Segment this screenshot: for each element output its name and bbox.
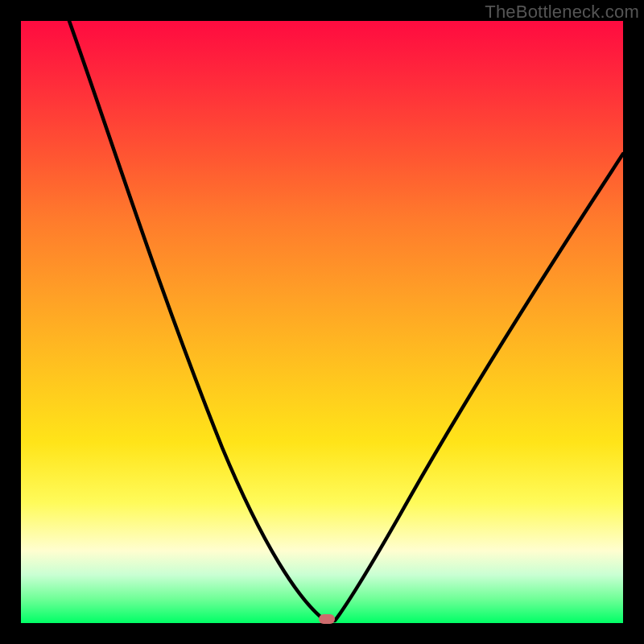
optimal-point-marker: [319, 614, 335, 624]
curve-path: [69, 21, 623, 621]
plot-area: [21, 21, 623, 623]
bottleneck-curve: [21, 21, 623, 623]
watermark-text: TheBottleneck.com: [485, 2, 639, 23]
chart-frame: TheBottleneck.com: [0, 0, 644, 644]
